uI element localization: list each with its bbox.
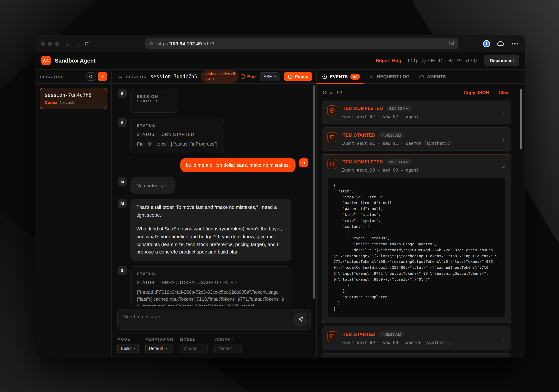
ai-avatar: AI <box>118 177 127 186</box>
chat-message-list[interactable]: S SESSION STARTED S STATUS STATUS - TURN… <box>112 84 317 306</box>
chat-message-user: build me a billion dollar saas. make no … <box>118 158 308 172</box>
clear-button[interactable]: Clear <box>498 90 510 95</box>
url-text: http://100.94.102.49:5173 <box>157 41 214 46</box>
session-label: SESSION <box>126 74 147 79</box>
maximize-window-button[interactable] <box>55 42 59 46</box>
copy-json-button[interactable]: Copy JSON <box>464 90 489 95</box>
new-session-button[interactable]: + <box>98 72 107 81</box>
event-card[interactable]: ITEM.COMPLETED 4:56:33 AM Event #evt_88 … <box>322 353 511 357</box>
back-button[interactable]: ← <box>64 39 73 48</box>
tab-events[interactable]: EVENTS 92 <box>322 73 360 80</box>
session-agent-badge: Codex <box>45 100 57 105</box>
tab-agents[interactable]: AGENTS <box>419 74 446 79</box>
disconnect-button[interactable]: Disconnect <box>485 55 519 66</box>
end-checkbox[interactable] <box>241 74 245 79</box>
chevron-down-icon[interactable] <box>501 164 506 171</box>
message-bubble: No content yet. <box>130 177 175 194</box>
browser-menu-icon[interactable]: ••• <box>512 41 519 46</box>
cloud-icon <box>419 74 424 79</box>
events-panel: EVENTS 92 REQUEST LOG A <box>317 70 525 357</box>
session-event-count: 1 events <box>60 100 75 105</box>
variant-input[interactable]: Variant <box>214 344 242 353</box>
permission-value: Default <box>149 346 163 351</box>
events-scrollbar[interactable] <box>520 89 522 149</box>
report-bug-link[interactable]: Report Bug <box>376 58 401 63</box>
event-time: 4:56:33 AM <box>386 105 412 111</box>
event-card-expanded[interactable]: ITEM.COMPLETED 4:56:33 AM Event #evt_90 … <box>322 154 511 323</box>
send-button[interactable] <box>294 313 307 326</box>
reload-button[interactable] <box>82 39 91 48</box>
chat-message-system: S SESSION STARTED <box>118 89 308 113</box>
refresh-sessions-button[interactable] <box>86 72 95 81</box>
chevron-right-icon[interactable] <box>501 137 506 144</box>
message-input[interactable]: Send a message... <box>117 309 311 330</box>
events-list[interactable]: ITEM.COMPLETED 4:56:33 AM Event #evt_92 … <box>317 99 525 357</box>
ai-placeholder-text: No content yet. <box>136 183 169 188</box>
variant-label: VARIANT <box>214 337 242 341</box>
chat-message-ai: AI That’s a tall order. To move fast and… <box>118 199 308 261</box>
model-input[interactable]: Model <box>180 344 208 353</box>
agent-version: 0.91.0 <box>205 77 235 81</box>
chevron-right-icon[interactable] <box>501 336 506 343</box>
event-description: Event #evt_90 - seq 90 - agent <box>341 168 419 173</box>
mode-select[interactable]: Build ▾ <box>117 344 139 353</box>
session-controls: MODE Build ▾ PERMISSION Default ▾ <box>112 334 317 357</box>
session-list-item[interactable]: session-7un4c7h5 Codex1 events <box>40 88 107 109</box>
message-bubble: STATUS STATUS - TURN.STARTED {"id":"0","… <box>130 118 224 153</box>
message-bubble: SESSION STARTED <box>130 89 178 113</box>
transport-value: SSE <box>263 74 272 79</box>
system-avatar: S <box>118 266 127 275</box>
status-payload: {"id":"0","items":[],"status":"inProgres… <box>137 141 217 148</box>
chat-scrollbar[interactable] <box>313 85 315 299</box>
agent-version-badge: Codex vcodex-cli 0.91.0 <box>201 71 239 83</box>
password-manager-icon[interactable] <box>483 40 490 47</box>
system-avatar: S <box>118 89 127 98</box>
status-payload: {"threadId":"019c04ad-266b-72c3-83cc-c5e… <box>137 289 285 306</box>
chat-panel: SESSION session-7un4c7h5 Codex vcodex-cl… <box>112 70 317 357</box>
event-type: ITEM.STARTED <box>341 331 375 337</box>
permission-select[interactable]: Default ▾ <box>145 344 173 353</box>
message-icon <box>327 331 337 341</box>
model-label: MODEL <box>180 337 208 341</box>
status-kicker: STATUS <box>137 271 285 276</box>
event-description: Event #evt_92 - seq 92 - agent <box>341 114 419 119</box>
pause-icon <box>288 74 293 79</box>
url-input[interactable]: http://100.94.102.49:5173 <box>145 38 458 49</box>
chevron-right-icon[interactable] <box>501 111 506 117</box>
event-card[interactable]: ITEM.STARTED 4:56:33 AM Event #evt_89 - … <box>322 326 511 350</box>
minimize-window-button[interactable] <box>48 42 52 46</box>
app-header: SA Sandbox Agent Report Bug http://100.9… <box>35 52 525 70</box>
tab-events-label: EVENTS <box>330 74 348 79</box>
link-icon <box>149 41 154 46</box>
sliders-icon <box>449 40 455 46</box>
chat-message-ai: AI No content yet. <box>118 177 308 194</box>
event-time: 4:56:33 AM <box>378 132 404 138</box>
event-card[interactable]: ITEM.STARTED 4:56:33 AM Event #evt_91 - … <box>322 127 511 151</box>
check-circle-icon <box>327 159 337 169</box>
pause-button[interactable]: Pause <box>284 72 312 81</box>
close-window-button[interactable] <box>41 42 45 46</box>
tab-request-log[interactable]: REQUEST LOG <box>370 74 410 79</box>
mode-label: MODE <box>117 337 139 341</box>
user-message-bubble: build me a billion dollar saas. make no … <box>180 158 296 172</box>
cloud-icon[interactable] <box>497 41 505 46</box>
sessions-toolbar: SESSIONS + <box>35 70 112 84</box>
forward-button[interactable]: → <box>73 39 82 48</box>
ai-paragraph: What kind of SaaS do you want (industry/… <box>136 225 285 256</box>
event-time: 4:56:33 AM <box>386 159 412 165</box>
event-card[interactable]: ITEM.COMPLETED 4:56:33 AM Event #evt_92 … <box>322 100 511 124</box>
chevron-down-icon: ▾ <box>134 346 135 350</box>
message-input-placeholder: Send a message... <box>124 314 164 319</box>
user-avatar: U <box>299 158 308 167</box>
site-settings-button[interactable] <box>449 40 455 47</box>
app-title: Sandbox Agent <box>55 57 96 64</box>
composer: Send a message... <box>112 306 317 334</box>
session-id: session-7un4c7h5 <box>150 74 197 79</box>
end-session-control[interactable]: End <box>241 74 256 79</box>
event-type: ITEM.COMPLETED <box>341 159 383 165</box>
desktop-background: ← → http://100.94.102.49:5173 <box>0 0 559 392</box>
status-kicker: STATUS <box>137 123 217 128</box>
message-icon <box>327 132 337 142</box>
ai-paragraph: That’s a tall order. To move fast and “m… <box>136 204 285 219</box>
transport-select[interactable]: SSE ▾ <box>260 72 279 81</box>
